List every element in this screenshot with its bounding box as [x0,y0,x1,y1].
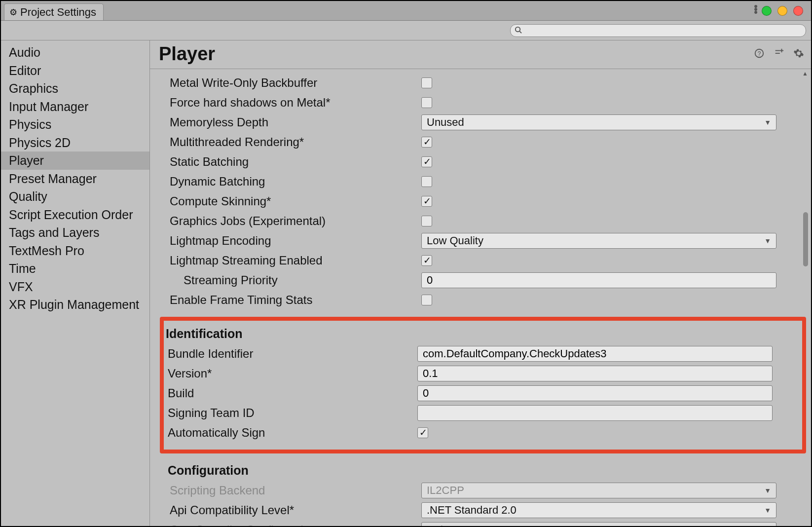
bundle-id-field[interactable] [417,346,773,362]
sidebar-item-audio[interactable]: Audio [1,43,149,62]
scrollbar-track[interactable]: ▲ [802,69,809,526]
control: Low Quality▼ [421,233,797,249]
sidebar-item-player[interactable]: Player [1,151,149,170]
window-close-button[interactable] [793,6,803,16]
row-cpp-compiler: C++ Compiler Configuration Release ▼ [170,520,797,526]
checkbox[interactable] [421,156,432,167]
row-graphics-jobs-experimental-: Graphics Jobs (Experimental) [170,211,797,231]
scroll-up-arrow-icon[interactable]: ▲ [802,70,808,77]
label: Memoryless Depth [170,115,421,129]
signing-team-input[interactable] [423,407,767,419]
content-scroll: Metal Write-Only BackbufferForce hard sh… [150,69,811,526]
scrollbar-thumb[interactable] [803,212,808,266]
window-maximize-button[interactable] [762,6,772,16]
row-build: Build [168,383,798,403]
checkbox[interactable] [421,255,432,266]
checkbox[interactable] [421,77,432,88]
bundle-id-input[interactable] [423,347,767,360]
settings-sidebar: AudioEditorGraphicsInput ManagerPhysicsP… [1,40,150,526]
sidebar-item-graphics[interactable]: Graphics [1,79,149,98]
row-api-compat: Api Compatibility Level* .NET Standard 2… [170,500,797,520]
preset-icon[interactable] [774,48,784,61]
svg-line-1 [519,31,521,33]
help-icon[interactable]: ? [754,48,765,61]
version-label: Version* [168,367,417,380]
sidebar-item-editor[interactable]: Editor [1,62,149,80]
control [421,77,797,88]
api-compat-select[interactable]: .NET Standard 2.0 ▼ [421,502,776,518]
label: Lightmap Streaming Enabled [170,254,421,267]
page-title: Player [159,43,215,65]
textfield[interactable] [421,272,776,288]
row-multithreaded-rendering-: Multithreaded Rendering* [170,132,797,152]
cpp-compiler-select: Release ▼ [421,522,776,526]
window-controls [762,6,803,16]
build-label: Build [168,386,417,400]
chevron-down-icon: ▼ [764,506,771,514]
checkbox[interactable] [421,176,432,187]
select[interactable]: Low Quality▼ [421,233,776,249]
select-value: Unused [427,116,464,129]
signing-team-field[interactable] [417,405,773,421]
sidebar-item-script-execution-order[interactable]: Script Execution Order [1,206,149,224]
sidebar-item-physics-2d[interactable]: Physics 2D [1,134,149,152]
version-field[interactable] [417,366,773,381]
label: Metal Write-Only Backbuffer [170,76,421,90]
svg-text:?: ? [758,50,761,57]
main-body: AudioEditorGraphicsInput ManagerPhysicsP… [1,40,811,526]
text-input[interactable] [427,274,771,287]
signing-team-label: Signing Team ID [168,406,417,420]
row-lightmap-encoding: Lightmap EncodingLow Quality▼ [170,231,797,251]
select-value: Low Quality [427,234,483,247]
sidebar-item-input-manager[interactable]: Input Manager [1,98,149,116]
row-bundle-identifier: Bundle Identifier [168,344,798,364]
search-icon [515,26,522,35]
bundle-id-label: Bundle Identifier [168,347,417,361]
label: Enable Frame Timing Stats [170,293,421,307]
content-panel: Player ? Metal Write-Only BackbufferForc… [150,40,811,526]
settings-gear-icon[interactable] [793,48,804,61]
row-signing-team: Signing Team ID [168,403,798,423]
row-version: Version* [168,364,798,383]
sidebar-item-physics[interactable]: Physics [1,115,149,134]
tab-project-settings[interactable]: ⚙ Project Settings [4,3,104,20]
gear-icon: ⚙ [9,7,17,18]
sidebar-item-time[interactable]: Time [1,260,149,278]
autosign-checkbox[interactable] [417,427,428,438]
row-compute-skinning-: Compute Skinning* [170,191,797,211]
checkbox[interactable] [421,295,432,305]
identification-highlight: Identification Bundle Identifier Version… [160,317,806,453]
control [421,176,797,187]
chevron-down-icon: ▼ [764,118,771,126]
label: Compute Skinning* [170,194,421,208]
row-metal-write-only-backbuffer: Metal Write-Only Backbuffer [170,73,797,93]
sidebar-item-textmesh-pro[interactable]: TextMesh Pro [1,242,149,260]
label: Dynamic Batching [170,175,421,188]
control [421,216,797,226]
select[interactable]: Unused▼ [421,114,776,130]
window-minimize-button[interactable] [777,6,787,16]
titlebar: ⚙ Project Settings ••• [1,1,811,21]
sidebar-item-tags-and-layers[interactable]: Tags and Layers [1,224,149,242]
sidebar-item-xr-plugin-management[interactable]: XR Plugin Management [1,296,149,314]
sidebar-item-vfx[interactable]: VFX [1,278,149,296]
kebab-icon[interactable]: ••• [754,5,757,14]
sidebar-item-quality[interactable]: Quality [1,188,149,206]
label: Streaming Priority [170,273,421,287]
search-input[interactable] [510,24,806,37]
checkbox[interactable] [421,137,432,148]
checkbox[interactable] [421,196,432,207]
row-static-batching: Static Batching [170,152,797,172]
checkbox[interactable] [421,97,432,108]
version-input[interactable] [423,367,767,380]
content-header: Player ? [150,40,811,69]
label: Lightmap Encoding [170,234,421,248]
row-enable-frame-timing-stats: Enable Frame Timing Stats [170,290,797,310]
sidebar-item-preset-manager[interactable]: Preset Manager [1,170,149,188]
build-field[interactable] [417,385,773,401]
label: Multithreaded Rendering* [170,135,421,149]
row-memoryless-depth: Memoryless DepthUnused▼ [170,113,797,132]
build-input[interactable] [423,387,767,400]
header-icons: ? [754,48,804,61]
checkbox[interactable] [421,216,432,226]
